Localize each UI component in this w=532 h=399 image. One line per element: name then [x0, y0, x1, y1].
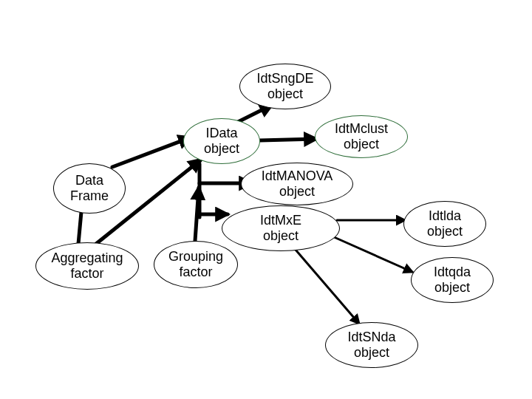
node-dataFrame-label-line-0: Data	[70, 173, 109, 188]
node-idtSngDE: IdtSngDEobject	[239, 64, 331, 109]
node-idtSNda: IdtSNdaobject	[325, 322, 418, 368]
node-idtMclust-label-line-0: IdtMclust	[335, 121, 388, 137]
node-idtMclust-label-line-1: object	[335, 137, 388, 152]
node-idtSNda-label-line-0: IdtSNda	[347, 330, 395, 345]
node-idata: IDataobject	[183, 118, 260, 164]
node-idtSngDE-label-line-0: IdtSngDE	[256, 71, 313, 86]
edge-dataFrame-to-idata	[112, 137, 191, 167]
node-idtMclust: IdtMclustobject	[315, 115, 408, 158]
node-idtqda-label-line-0: Idtqda	[434, 265, 471, 280]
node-idtMxE: IdtMxEobject	[222, 205, 340, 251]
node-grouping-label-line-1: factor	[168, 265, 223, 280]
node-idtqda-label-line-1: object	[434, 280, 471, 296]
node-aggregating-label-line-0: Aggregating	[51, 250, 123, 266]
edge-idata-to-idtSngDE	[236, 105, 272, 123]
edge-idtMxE-to-idtqda	[332, 236, 412, 272]
node-idata-label-line-1: object	[204, 141, 239, 157]
node-idtManova-label-line-0: IdtMANOVA	[262, 168, 333, 184]
node-idtlda-label-line-1: object	[427, 224, 463, 239]
node-idtSngDE-label-line-1: object	[256, 86, 313, 102]
edge-grouping-to-idata_hub	[195, 188, 199, 241]
edge-dataFrame-to-aggregating	[78, 212, 81, 244]
node-idtManova: IdtMANOVAobject	[241, 163, 353, 205]
node-idtlda: Idtldaobject	[403, 201, 486, 247]
node-idtMxE-label-line-1: object	[260, 228, 301, 244]
node-idtqda: Idtqdaobject	[411, 257, 494, 303]
node-dataFrame: DataFrame	[53, 163, 126, 214]
node-grouping-label-line-0: Grouping	[168, 249, 223, 265]
node-idtManova-label-line-1: object	[262, 184, 333, 200]
node-aggregating: Aggregatingfactor	[35, 242, 139, 290]
node-grouping: Groupingfactor	[154, 241, 238, 288]
edge-idtMxE-to-idtSNda	[296, 250, 359, 324]
node-idata-label-line-0: IData	[204, 126, 239, 141]
diagram-stage: DataFrameAggregatingfactorGroupingfactor…	[0, 0, 532, 399]
edge-idata-to-idtMclust	[260, 139, 316, 140]
node-idtMxE-label-line-0: IdtMxE	[260, 213, 301, 228]
node-idtSNda-label-line-1: object	[347, 345, 395, 361]
node-idtlda-label-line-0: Idtlda	[427, 208, 463, 224]
node-dataFrame-label-line-1: Frame	[70, 188, 109, 204]
node-aggregating-label-line-1: factor	[51, 266, 123, 282]
